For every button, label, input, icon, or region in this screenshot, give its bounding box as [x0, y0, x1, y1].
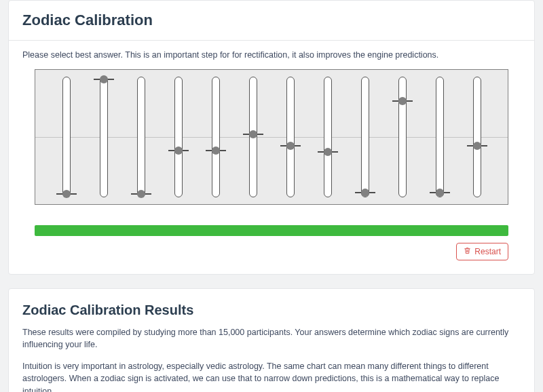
calibration-card: Zodiac Calibration Please select best an… [8, 0, 535, 275]
chart-bar[interactable] [383, 77, 421, 197]
restart-button[interactable]: Restart [456, 243, 508, 260]
chart-bar[interactable] [197, 77, 234, 197]
chart-bar[interactable] [309, 77, 346, 197]
chart-bar[interactable] [122, 77, 160, 197]
calibration-chart [35, 69, 508, 205]
chart-bar[interactable] [234, 77, 272, 197]
results-card: Zodiac Calibration Results These results… [8, 288, 535, 392]
results-heading: Zodiac Calibration Results [22, 302, 521, 318]
chart-bar[interactable] [48, 77, 85, 197]
results-p2: Intuition is very important in astrology… [22, 360, 521, 392]
trash-icon [464, 247, 471, 256]
calibration-body: Please select best answer. This is an im… [9, 41, 534, 274]
results-p1: These results were compiled by studying … [22, 326, 521, 351]
calibration-header: Zodiac Calibration [9, 1, 534, 41]
chart-bar[interactable] [421, 77, 458, 197]
restart-label: Restart [474, 247, 501, 256]
chart-bar[interactable] [160, 77, 197, 197]
progress-bar [35, 225, 508, 236]
progress-wrap [35, 225, 508, 236]
page-title: Zodiac Calibration [22, 12, 521, 29]
chart-bar[interactable] [272, 77, 309, 197]
results-body: Zodiac Calibration Results These results… [9, 289, 534, 392]
chart-bar[interactable] [85, 77, 122, 197]
intro-text: Please select best answer. This is an im… [22, 50, 521, 60]
chart-bar[interactable] [458, 77, 495, 197]
restart-row: Restart [35, 243, 508, 260]
chart-bar[interactable] [346, 77, 383, 197]
